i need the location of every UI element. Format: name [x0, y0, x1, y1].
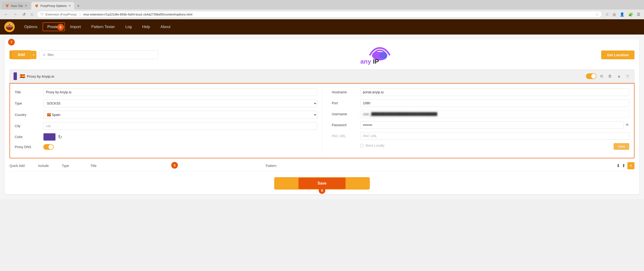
form-row-store-locally: Store Locally View	[332, 143, 629, 150]
city-input[interactable]	[43, 122, 317, 130]
proxy-name: Proxy by Anyip.io	[27, 74, 586, 78]
nav-help[interactable]: Help	[137, 20, 155, 34]
tab-firefox-icon: 🦊	[5, 4, 9, 8]
tab-foxyproxy-label: FoxyProxy Options	[40, 4, 66, 8]
store-locally-row: Store Locally	[360, 144, 384, 147]
tab-bar: 🦊 New Tab ✕ 🦊 FoxyProxy Options ✕ +	[0, 0, 644, 10]
svg-point-8	[379, 52, 387, 58]
refresh-icon[interactable]: ↻	[58, 134, 62, 140]
star-icon[interactable]: ☆	[596, 12, 598, 16]
bookmark-icon[interactable]: ☆	[604, 11, 610, 18]
title-input[interactable]	[43, 88, 317, 96]
country-select[interactable]: 🇪🇸 Spain 🇺🇸 United States 🇬🇧 United King…	[43, 111, 317, 119]
port-control	[360, 99, 629, 107]
nav-pattern-tester[interactable]: Pattern Tester	[86, 20, 120, 34]
password-control: 👁	[360, 121, 629, 129]
nav-log[interactable]: Log	[120, 20, 137, 34]
menu-icon[interactable]: ☰	[636, 11, 641, 18]
nav-options[interactable]: Options	[19, 20, 42, 34]
form-row-title: Title	[15, 88, 317, 96]
address-prefix: Extension (FoxyProxy)	[46, 13, 77, 16]
save-btn-container: Save 9	[274, 177, 370, 190]
tab-foxyproxy-close[interactable]: ✕	[68, 4, 71, 8]
col-title: Title	[90, 164, 266, 168]
hostname-input[interactable]	[360, 88, 629, 96]
address-bar[interactable]: 🛡 Extension (FoxyProxy) | moz-extension:…	[37, 11, 602, 18]
title-control	[43, 88, 317, 96]
new-tab-button[interactable]: +	[75, 3, 82, 10]
col-pattern: Pattern	[266, 164, 616, 168]
save-btn-right	[346, 178, 369, 189]
pac-url-control	[360, 132, 629, 140]
pocket-icon[interactable]: ◎	[612, 11, 617, 18]
form-right: Hostname Port Username	[322, 88, 629, 153]
view-button[interactable]: View	[614, 143, 629, 150]
svg-text:any: any	[360, 58, 371, 65]
foxyproxy-logo	[4, 21, 15, 33]
proxy-dns-toggle[interactable]	[43, 144, 54, 150]
add-dropdown-button[interactable]: ▾	[31, 51, 36, 59]
pac-url-input[interactable]	[360, 132, 629, 140]
type-control: SOCKS5 SOCKS4 HTTP HTTPS	[43, 99, 317, 107]
nav-import[interactable]: Import	[65, 20, 86, 34]
store-locally-label: Store Locally	[365, 144, 384, 147]
password-label: Password	[332, 123, 360, 127]
username-label: Username	[332, 112, 360, 116]
password-input[interactable]	[360, 121, 624, 129]
svg-point-4	[7, 25, 9, 27]
proxy-toggle[interactable]	[586, 73, 596, 79]
extension-icon[interactable]: 🧩	[627, 11, 634, 18]
pattern-import-button[interactable]: ⬇	[616, 163, 620, 168]
tab-foxyproxy[interactable]: 🦊 FoxyProxy Options ✕	[32, 2, 74, 10]
port-input[interactable]	[360, 99, 629, 107]
color-swatch[interactable]	[43, 133, 56, 141]
account-icon[interactable]: 👤	[619, 11, 626, 18]
tab-new-tab-close[interactable]: ✕	[25, 4, 27, 8]
proxy-controls: ⧉ 🗑 ▲ ▽	[586, 73, 630, 79]
username-control	[360, 110, 629, 118]
home-button[interactable]: ⌂	[29, 11, 34, 17]
nav-about[interactable]: About	[155, 20, 176, 34]
get-location-button[interactable]: Get Location	[601, 51, 634, 59]
type-select[interactable]: SOCKS5 SOCKS4 HTTP HTTPS	[43, 99, 317, 107]
form-row-color: Color ↻	[15, 133, 317, 141]
city-label: City	[15, 124, 43, 128]
badge-9: 9	[319, 187, 325, 194]
username-input[interactable]	[360, 110, 629, 118]
form-row-pac-url: PAC URL	[332, 132, 629, 140]
main-content: 7 Add ▾ ⊘	[0, 35, 644, 199]
proxy-duplicate-button[interactable]: ⧉	[599, 74, 604, 79]
proxy-move-down-button[interactable]: ▽	[625, 74, 630, 79]
pattern-add-button[interactable]: +	[627, 162, 634, 169]
form-row-type: Type SOCKS5 SOCKS4 HTTP HTTPS	[15, 99, 317, 107]
port-label: Port	[332, 101, 360, 105]
add-btn-side	[10, 51, 12, 59]
add-button[interactable]: Add	[12, 50, 31, 59]
proxy-list: 🇪🇸 Proxy by Anyip.io ⧉ 🗑 ▲ ▽ Title	[10, 69, 634, 158]
hostname-label: Hostname	[332, 90, 360, 94]
pattern-table-header: Quick Add Include Type 8 Title Pattern ⬇…	[10, 160, 634, 171]
back-button[interactable]: ←	[3, 11, 10, 17]
tab-new-tab[interactable]: 🦊 New Tab ✕	[2, 2, 30, 10]
anyip-logo-container: any IP	[161, 44, 598, 66]
filter-input[interactable]	[48, 53, 154, 57]
proxy-dns-control	[43, 144, 317, 150]
form-row-city: City	[15, 122, 317, 130]
badge-8: 8	[171, 162, 178, 169]
proxy-move-up-button[interactable]: ▲	[616, 74, 622, 79]
store-locally-control: Store Locally View	[360, 143, 629, 150]
svg-text:IP: IP	[373, 58, 379, 65]
hostname-control	[360, 88, 629, 96]
proxy-delete-button[interactable]: 🗑	[607, 74, 613, 79]
forward-button[interactable]: →	[12, 11, 18, 17]
badge-6: 6	[57, 24, 64, 31]
reload-button[interactable]: ↺	[21, 11, 27, 18]
form-row-country: Country 🇪🇸 Spain 🇺🇸 United States 🇬🇧 Uni…	[15, 111, 317, 119]
tab-foxyproxy-icon: 🦊	[35, 4, 38, 8]
color-control: ↻	[43, 133, 317, 141]
pac-url-label: PAC URL	[332, 134, 360, 138]
proxy-dns-label: Proxy DNS	[15, 145, 43, 149]
store-locally-checkbox[interactable]	[360, 144, 364, 147]
pattern-export-button[interactable]: ⬆	[622, 163, 626, 168]
show-password-icon[interactable]: 👁	[626, 123, 629, 127]
